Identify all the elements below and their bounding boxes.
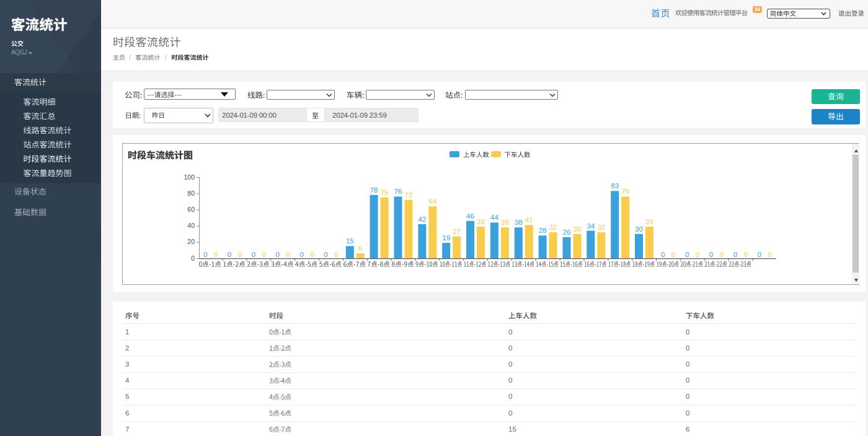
svg-text:20: 20 <box>187 238 195 245</box>
svg-text:6: 6 <box>358 245 362 252</box>
svg-text:27: 27 <box>453 228 461 235</box>
svg-text:41: 41 <box>525 216 533 224</box>
svg-text:0: 0 <box>720 251 724 258</box>
svg-text:30: 30 <box>574 225 582 233</box>
svg-text:0: 0 <box>324 251 327 258</box>
svg-text:0: 0 <box>696 251 699 258</box>
svg-text:28: 28 <box>539 227 547 234</box>
svg-text:0: 0 <box>214 251 218 258</box>
svg-text:30: 30 <box>635 225 643 233</box>
svg-text:64: 64 <box>429 198 437 205</box>
svg-text:0: 0 <box>334 251 338 258</box>
svg-text:0: 0 <box>276 251 280 258</box>
svg-text:0: 0 <box>203 251 207 258</box>
svg-text:72: 72 <box>405 191 413 199</box>
svg-text:26: 26 <box>563 229 571 236</box>
svg-text:80: 80 <box>187 190 195 197</box>
svg-text:0: 0 <box>768 251 772 258</box>
svg-text:38: 38 <box>515 219 523 226</box>
svg-text:0: 0 <box>733 251 737 258</box>
svg-text:32: 32 <box>549 224 557 231</box>
svg-text:44: 44 <box>490 214 498 221</box>
svg-text:76: 76 <box>394 188 402 195</box>
svg-text:46: 46 <box>466 212 474 220</box>
svg-text:0: 0 <box>671 251 675 258</box>
svg-text:75: 75 <box>381 189 389 196</box>
svg-text:40: 40 <box>187 222 195 229</box>
svg-text:0: 0 <box>709 251 713 258</box>
svg-text:83: 83 <box>611 182 619 190</box>
svg-text:39: 39 <box>645 218 653 225</box>
svg-text:0: 0 <box>685 251 689 258</box>
svg-text:0: 0 <box>286 251 290 258</box>
svg-text:0: 0 <box>299 251 303 258</box>
svg-text:0: 0 <box>262 251 266 258</box>
svg-text:0: 0 <box>191 255 195 262</box>
svg-text:60: 60 <box>187 206 195 213</box>
svg-text:19: 19 <box>442 234 450 242</box>
svg-text:78: 78 <box>370 186 378 194</box>
svg-text:0: 0 <box>661 251 665 258</box>
svg-text:34: 34 <box>587 222 595 230</box>
svg-text:76: 76 <box>621 188 629 195</box>
svg-text:100: 100 <box>184 173 195 181</box>
svg-text:0: 0 <box>744 251 748 258</box>
svg-text:0: 0 <box>252 251 255 258</box>
svg-text:32: 32 <box>597 224 605 231</box>
svg-text:42: 42 <box>418 216 427 223</box>
svg-text:39: 39 <box>477 218 485 225</box>
svg-text:0: 0 <box>310 251 314 258</box>
svg-text:0: 0 <box>238 251 242 258</box>
svg-text:38: 38 <box>501 219 509 226</box>
svg-text:0: 0 <box>228 251 231 258</box>
svg-text:15: 15 <box>346 237 354 245</box>
svg-text:0: 0 <box>758 251 761 258</box>
